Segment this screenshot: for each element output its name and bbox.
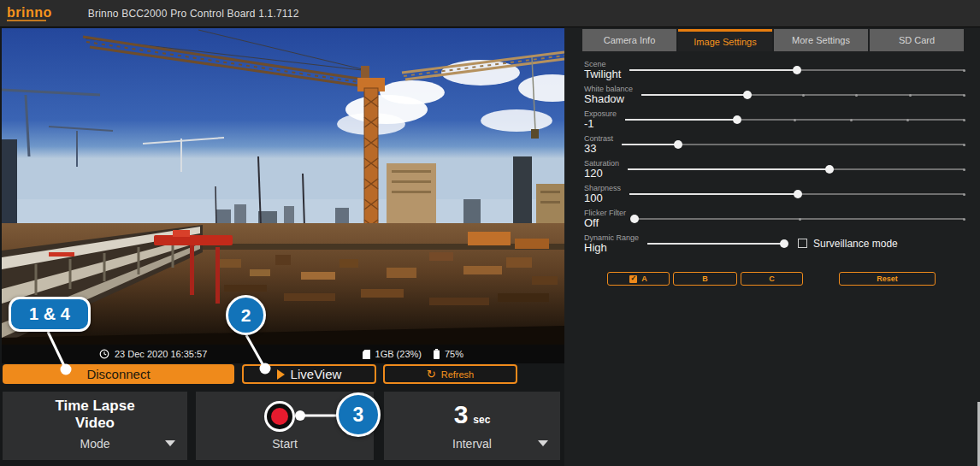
slider-row-white-balance: White balanceShadow <box>564 82 980 107</box>
slider-row-scene: SceneTwilight <box>564 57 980 82</box>
interval-value: 3 sec <box>384 402 560 428</box>
slider-row-saturation: Saturation120 <box>564 156 980 181</box>
slider-saturation[interactable] <box>628 164 964 174</box>
slider-thumb[interactable] <box>674 140 682 149</box>
slider-label-block: Dynamic RangeHigh <box>584 233 639 253</box>
slider-exposure[interactable] <box>625 115 964 125</box>
capture-control-row: Time Lapse Video Mode Start 3 sec Interv… <box>0 392 564 460</box>
interval-label: Interval <box>384 437 560 451</box>
slider-tick <box>909 94 912 97</box>
slider-scene[interactable] <box>629 65 964 75</box>
slider-dynamic-range[interactable] <box>647 239 784 249</box>
slider-value: Shadow <box>584 93 633 104</box>
slider-track[interactable] <box>625 119 964 121</box>
slider-value: High <box>584 242 639 253</box>
slider-flicker-filter[interactable] <box>635 214 964 224</box>
sd-card-icon <box>363 350 370 359</box>
callout-badge-1-4: 1 & 4 <box>9 297 91 332</box>
slider-thumb[interactable] <box>794 190 802 198</box>
slider-track[interactable] <box>628 168 964 170</box>
slider-track[interactable] <box>629 69 964 71</box>
slider-tick <box>794 119 796 121</box>
action-button-row: Disconnect LiveView ↻ Refresh <box>2 364 564 385</box>
surveillance-mode-toggle[interactable]: Surveillance mode <box>798 238 898 250</box>
slider-track[interactable] <box>622 144 964 145</box>
preset-label: A <box>641 274 647 283</box>
slider-fill <box>641 94 747 96</box>
slider-thumb[interactable] <box>825 165 834 174</box>
disconnect-button[interactable]: Disconnect <box>3 364 234 384</box>
construction-site-image <box>2 28 564 345</box>
preset-button-b[interactable]: B <box>673 272 737 286</box>
refresh-button[interactable]: ↻ Refresh <box>383 364 517 384</box>
tab-camera-info[interactable]: Camera Info <box>582 29 676 51</box>
slider-track[interactable] <box>635 218 964 220</box>
preset-label: B <box>702 274 708 283</box>
tab-more-settings[interactable]: More Settings <box>774 29 868 51</box>
record-button[interactable] <box>264 401 295 432</box>
slider-value: Off <box>584 217 626 228</box>
interval-tile[interactable]: 3 sec Interval <box>384 392 560 460</box>
slider-track[interactable] <box>629 193 964 195</box>
slider-list: SceneTwilightWhite balanceShadowExposure… <box>564 57 980 256</box>
liveview-label: LiveView <box>291 367 342 381</box>
record-icon <box>271 408 288 425</box>
slider-row-dynamic-range: Dynamic RangeHighSurveillance mode <box>564 231 980 256</box>
slider-fill <box>625 119 737 121</box>
slider-white-balance[interactable] <box>641 90 964 100</box>
slider-thumb[interactable] <box>630 215 639 223</box>
slider-contrast[interactable] <box>622 139 964 150</box>
mode-tile[interactable]: Time Lapse Video Mode <box>3 392 187 460</box>
slider-row-sharpness: Sharpness100 <box>564 181 980 206</box>
slider-thumb[interactable] <box>780 239 788 248</box>
chevron-down-icon[interactable] <box>538 440 548 446</box>
storage-value: 1GB (23%) <box>375 349 422 359</box>
slider-tick <box>963 69 965 72</box>
reset-button[interactable]: Reset <box>839 272 936 286</box>
slider-fill <box>629 69 796 71</box>
liveview-button[interactable]: LiveView <box>242 364 376 384</box>
refresh-icon: ↻ <box>427 369 436 380</box>
slider-tick <box>799 218 801 221</box>
disconnect-label: Disconnect <box>86 367 150 381</box>
slider-label-block: Saturation120 <box>584 159 619 179</box>
brinno-logo: brinno <box>7 6 52 21</box>
slider-thumb[interactable] <box>793 66 801 74</box>
slider-row-exposure: Exposure-1 <box>564 107 980 132</box>
logo-text: brinno <box>7 6 52 19</box>
slider-label-block: Flicker FilterOff <box>584 209 626 228</box>
slider-label-block: SceneTwilight <box>584 60 621 80</box>
slider-value: 100 <box>584 192 621 204</box>
slider-label-block: Contrast33 <box>584 134 613 154</box>
mode-value: Time Lapse Video <box>3 398 187 431</box>
slider-sharpness[interactable] <box>629 189 964 199</box>
tab-image-settings[interactable]: Image Settings <box>678 29 772 51</box>
callout-badge-2: 2 <box>226 295 266 335</box>
battery-value: 75% <box>445 349 463 359</box>
preset-button-a[interactable]: ✓A <box>607 272 670 286</box>
chevron-down-icon[interactable] <box>165 440 175 446</box>
slider-thumb[interactable] <box>733 115 741 124</box>
preset-button-c[interactable]: C <box>741 272 803 286</box>
slider-value: Twilight <box>584 68 621 80</box>
settings-tabs: Camera InfoImage SettingsMore SettingsSD… <box>564 27 980 51</box>
tab-sd-card[interactable]: SD Card <box>870 29 964 51</box>
slider-tick <box>963 119 965 121</box>
slider-tick <box>963 168 965 171</box>
app-title: Brinno BCC2000 Pro Control Board 1.1.711… <box>88 8 299 20</box>
timestamp: 23 Dec 2020 16:35:57 <box>115 349 207 359</box>
callout-badge-3: 3 <box>336 392 381 437</box>
surveillance-checkbox[interactable] <box>798 239 807 248</box>
battery-icon <box>434 349 440 359</box>
slider-tick <box>906 119 909 121</box>
slider-track[interactable] <box>641 94 964 96</box>
slider-tick <box>963 193 965 196</box>
slider-row-flicker-filter: Flicker FilterOff <box>564 206 980 231</box>
slider-thumb[interactable] <box>743 91 752 99</box>
slider-tick <box>802 94 805 97</box>
slider-label-block: White balanceShadow <box>584 85 633 104</box>
slider-track[interactable] <box>647 243 784 245</box>
slider-label-block: Sharpness100 <box>584 184 621 204</box>
slider-fill <box>622 144 678 145</box>
mode-label: Mode <box>3 437 187 451</box>
